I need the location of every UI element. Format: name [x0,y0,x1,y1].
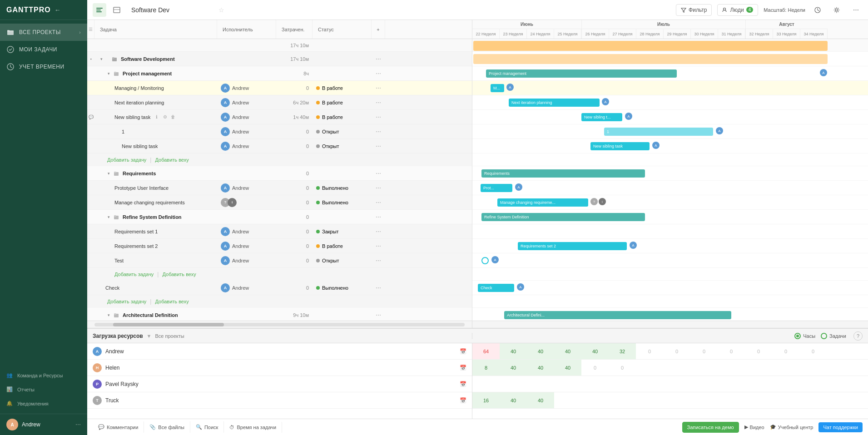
resource-all-projects[interactable]: Все проекты [155,333,184,339]
gantt-bar-new-sibling[interactable]: New sibling t... [581,113,622,121]
more-cell[interactable]: ⋯ [372,195,385,209]
add-task-link[interactable]: Добавить задачу [107,299,146,304]
calendar-icon[interactable]: 📅 [460,365,466,371]
assignee-cell [217,66,276,80]
sidebar-item-reports[interactable]: 📊 Отчеты [0,383,87,396]
table-row: New sibling task A Andrew 0 Открыт [87,139,472,153]
add-task-link[interactable]: Добавить задачу [114,272,154,277]
more-cell[interactable]: ⋯ [372,139,385,153]
gantt-bar-manage-req[interactable]: Manage changing requireme... [497,198,588,207]
add-milestone-link[interactable]: Добавить веху [162,272,196,277]
more-cell[interactable]: ⋯ [372,52,385,66]
more-cell[interactable]: ⋯ [372,66,385,80]
gantt-bar-check[interactable]: Check [478,284,514,292]
assignee-cell [217,308,276,321]
gantt-bar-project[interactable] [473,41,828,51]
more-cell[interactable]: ⋯ [372,95,385,109]
avatar: A [221,227,230,236]
collapse-icon[interactable]: ▾ [105,214,112,220]
status-cell: Открыт [312,253,372,267]
gantt-avatar: A [625,113,632,120]
settings-btn[interactable] [830,3,843,17]
more-cell[interactable]: ⋯ [372,224,385,238]
more-btn[interactable]: ⋯ [849,3,863,17]
gantt-bar-task1[interactable]: 1 [604,128,713,136]
sidebar-item-notifications[interactable]: 🔔 Уведомления [0,397,87,410]
gantt-view-btn[interactable] [93,3,106,17]
gantt-bar-project-mgmt[interactable]: Project management [486,69,677,78]
list-view-btn[interactable] [110,3,124,17]
collapse-icon[interactable]: ▾ [105,312,112,318]
collapse-icon[interactable]: ▾ [105,170,112,177]
chat-btn[interactable]: Чат поддержки [818,422,863,432]
sidebar-item-time[interactable]: УЧЕТ ВРЕМЕНИ [0,58,87,75]
more-cell[interactable]: ⋯ [372,253,385,267]
sidebar-item-team[interactable]: 👥 Команда и Ресурсы [0,369,87,382]
more-cell[interactable]: ⋯ [372,308,385,321]
history-btn[interactable] [811,3,824,17]
gantt-bar-managing[interactable]: M... [491,84,504,92]
tab-comments[interactable]: 💬 Комментарии [93,421,144,433]
sidebar-item-my-tasks[interactable]: МОИ ЗАДАЧИ [0,41,87,58]
chart-header: Июнь 22 Неделя 23 Неделя 24 Неделя 25 Не… [472,20,868,39]
back-icon[interactable]: ← [55,6,61,14]
more-cell[interactable]: ⋯ [372,166,385,180]
project-title-input[interactable] [127,4,215,16]
add-col-header[interactable]: + [372,20,385,39]
user-menu-btn[interactable]: ⋯ [75,421,81,428]
radio-tasks[interactable]: Задачи [821,333,846,339]
more-cell[interactable]: ⋯ [372,81,385,95]
add-milestone-link[interactable]: Добавить веху [155,299,188,304]
expand-icon[interactable]: ▪ [90,57,91,61]
horizontal-scrollbar[interactable] [94,323,465,326]
gantt-bar-refine[interactable]: Refine System Definition [481,213,645,221]
collapse-all-icon[interactable]: ☰ [89,27,93,32]
toggle-col: ☰ [87,20,94,39]
collapse-icon[interactable]: ▾ [105,70,112,77]
resource-cell [663,392,690,408]
gantt-bar-next-iter[interactable]: Next iteration planning [509,99,600,107]
education-link[interactable]: 🎓 Учебный центр [770,424,813,430]
help-icon[interactable]: ? [853,331,863,341]
resource-chart-row-helen: 8 40 40 40 0 0 [472,360,868,376]
gantt-bar-prototype[interactable]: Prot... [481,184,512,192]
tab-search[interactable]: 🔍 Поиск [190,421,224,433]
more-cell[interactable]: ⋯ [372,124,385,138]
video-link[interactable]: ▶ Видео [744,424,764,430]
calendar-icon[interactable]: 📅 [460,381,466,387]
chart-row-requirements: Requirements [472,166,868,181]
calendar-icon[interactable]: 📅 [460,348,466,355]
settings-icon[interactable]: ⚙ [162,114,168,120]
info-icon[interactable]: ℹ [154,114,160,120]
gantt-bar-requirements[interactable]: Requirements [481,169,645,178]
avatar: T [93,396,102,405]
gantt-bar-req2[interactable]: Requirements set 2 [518,242,627,250]
collapse-icon[interactable]: ▾ [98,56,104,62]
calendar-icon[interactable]: 📅 [460,397,466,404]
filter-btn[interactable]: Фильтр [676,4,712,16]
more-cell[interactable]: ⋯ [372,239,385,253]
demo-btn[interactable]: Записаться на демо [682,422,739,433]
tab-time[interactable]: ⏱ Время на задачи [224,422,282,433]
sidebar-item-all-projects[interactable]: ВСЕ ПРОЕКТЫ › [0,24,87,41]
add-task-link[interactable]: Добавить задачу [107,157,146,163]
more-cell[interactable]: ⋯ [372,210,385,224]
favorite-icon[interactable]: ☆ [218,6,224,14]
more-cell[interactable]: ⋯ [372,281,385,295]
gantt-bar-new-sibling2[interactable]: New sibling task [590,142,650,150]
add-milestone-link[interactable]: Добавить веху [155,157,188,163]
gantt-bar-arch[interactable]: Architectural Defini... [504,311,731,319]
more-cell[interactable]: ⋯ [372,110,385,124]
status-cell: Закрыт [312,224,372,238]
radio-hours[interactable]: Часы [794,333,815,339]
svg-rect-5 [96,10,101,10]
people-btn[interactable]: Люди 4 [717,4,758,16]
tab-files[interactable]: 📎 Все файлы [144,421,190,433]
delete-icon[interactable]: 🗑 [170,114,176,120]
gantt-bar-softwaredev[interactable] [473,54,828,64]
task-name-cell: Prototype User Interface [94,181,217,195]
more-cell[interactable]: ⋯ [372,181,385,195]
svg-rect-17 [114,172,116,173]
scroll-thumb[interactable] [113,323,224,326]
resource-dropdown-arrow[interactable]: ▼ [147,333,152,339]
